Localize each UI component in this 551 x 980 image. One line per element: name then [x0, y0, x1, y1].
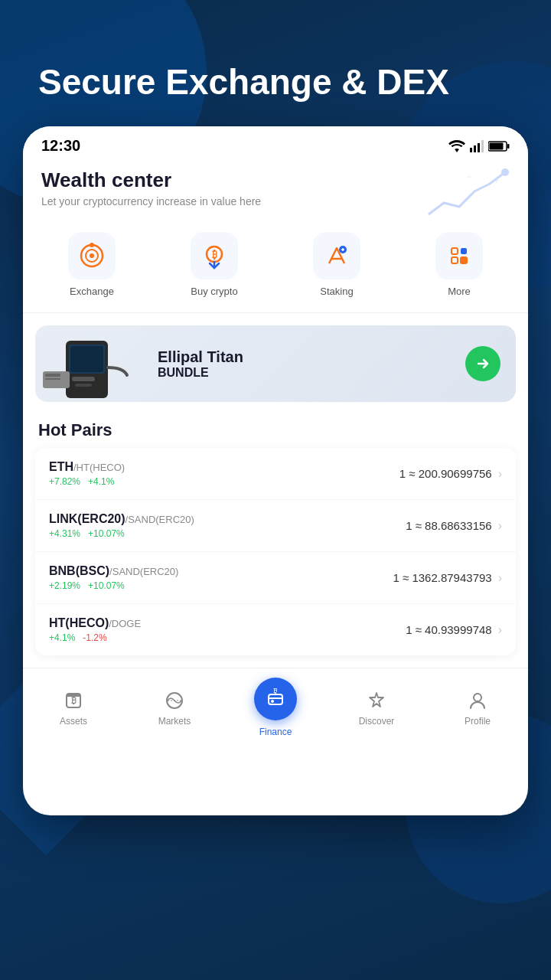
pair-left-bnb: BNB(BSC)/SAND(ERC20) +2.19% +10.07% [49, 564, 178, 591]
svg-rect-1 [474, 145, 476, 152]
status-icons [448, 140, 510, 152]
markets-icon-wrap [162, 688, 187, 713]
nav-profile[interactable]: Profile [447, 688, 508, 727]
wifi-icon [448, 140, 465, 152]
pair-changes-eth: +7.82% +4.1% [49, 476, 125, 487]
svg-rect-37 [67, 694, 80, 697]
chevron-icon: › [498, 467, 502, 481]
svg-text:₿: ₿ [212, 249, 217, 260]
pair-left-eth: ETH/HT(HECO) +7.82% +4.1% [49, 460, 125, 487]
action-more[interactable]: More [435, 232, 483, 297]
svg-text:+: + [467, 173, 471, 181]
more-label: More [448, 286, 471, 297]
action-buy-crypto[interactable]: ₿ Buy crypto [191, 232, 238, 297]
bottom-navigation: ₿ Assets Markets [23, 668, 528, 750]
staking-label: Staking [320, 286, 353, 297]
svg-rect-22 [452, 248, 458, 254]
svg-rect-29 [70, 346, 103, 372]
finance-icon: ₿ [265, 688, 286, 710]
svg-text:₿: ₿ [71, 695, 77, 706]
svg-rect-3 [481, 140, 484, 152]
more-icon [445, 242, 473, 270]
more-icon-circle [435, 232, 483, 279]
finance-fab: ₿ [254, 678, 297, 720]
pair-name-link: LINK(ERC20)/SAND(ERC20) [49, 512, 194, 526]
status-bar: 12:30 [23, 126, 528, 161]
pair-row-bnb[interactable]: BNB(BSC)/SAND(ERC20) +2.19% +10.07% 1 ≈ … [35, 552, 516, 604]
pairs-list: ETH/HT(HECO) +7.82% +4.1% 1 ≈ 200.906997… [35, 448, 516, 655]
buy-crypto-label: Buy crypto [191, 286, 237, 297]
device-image [43, 329, 161, 402]
assets-icon: ₿ [64, 691, 83, 710]
svg-point-13 [90, 253, 94, 258]
nav-finance[interactable]: ₿ Finance [245, 678, 306, 737]
svg-rect-0 [470, 148, 472, 152]
svg-rect-2 [478, 143, 480, 152]
discover-icon-wrap [364, 688, 389, 713]
svg-text:₿: ₿ [273, 688, 278, 694]
banner-title: Ellipal Titan [158, 348, 458, 366]
wealth-header: Wealth center Let your cryptocurrency in… [23, 161, 528, 220]
quick-actions: Exchange ₿ Buy crypto [23, 220, 528, 313]
arrow-right-icon [474, 355, 491, 372]
chevron-icon: › [498, 571, 502, 585]
markets-nav-label: Markets [158, 716, 191, 727]
pair-right-bnb: 1 ≈ 1362.87943793 › [393, 571, 502, 585]
pair-changes-bnb: +2.19% +10.07% [49, 580, 178, 591]
svg-point-42 [271, 700, 274, 703]
profile-nav-label: Profile [465, 716, 491, 727]
pair-name-ht: HT(HECO)/DOGE [49, 616, 141, 630]
markets-icon [165, 691, 184, 710]
staking-icon [323, 242, 350, 270]
pair-row-link[interactable]: LINK(ERC20)/SAND(ERC20) +4.31% +10.07% 1… [35, 500, 516, 552]
pair-changes-ht: +4.1% -1.2% [49, 632, 141, 643]
profile-icon [468, 691, 487, 710]
staking-icon-circle [313, 232, 360, 279]
buy-crypto-icon-circle: ₿ [191, 232, 238, 279]
buy-crypto-icon: ₿ [201, 242, 228, 270]
svg-rect-6 [507, 144, 510, 149]
banner-subtitle: BUNDLE [158, 366, 458, 380]
svg-point-26 [461, 257, 467, 263]
nav-markets[interactable]: Markets [144, 688, 205, 727]
svg-rect-34 [45, 378, 60, 380]
pair-left-ht: HT(HECO)/DOGE +4.1% -1.2% [49, 616, 141, 643]
assets-icon-wrap: ₿ [61, 688, 86, 713]
exchange-icon-circle [68, 232, 116, 279]
chevron-icon: › [498, 623, 502, 637]
banner-arrow-button[interactable] [465, 346, 500, 381]
phone-mockup: 12:30 Wealth center [23, 126, 528, 815]
banner-text: Ellipal Titan BUNDLE [158, 348, 458, 380]
pair-row-eth[interactable]: ETH/HT(HECO) +7.82% +4.1% 1 ≈ 200.906997… [35, 448, 516, 500]
exchange-icon [78, 242, 106, 270]
pair-right-link: 1 ≈ 88.68633156 › [406, 519, 502, 533]
discover-nav-label: Discover [359, 716, 395, 727]
battery-icon [488, 140, 510, 152]
svg-rect-30 [72, 377, 95, 381]
pair-left-link: LINK(ERC20)/SAND(ERC20) +4.31% +10.07% [49, 512, 194, 539]
page-title: Secure Exchange & DEX [0, 0, 551, 126]
svg-rect-5 [490, 142, 504, 149]
pair-changes-link: +4.31% +10.07% [49, 528, 194, 539]
signal-icon [470, 140, 484, 152]
pair-right-ht: 1 ≈ 40.93999748 › [406, 623, 502, 637]
pair-row-ht[interactable]: HT(HECO)/DOGE +4.1% -1.2% 1 ≈ 40.9399974… [35, 604, 516, 655]
discover-icon [367, 691, 386, 710]
ellipal-banner[interactable]: Ellipal Titan BUNDLE [35, 325, 516, 402]
svg-rect-24 [452, 257, 458, 263]
svg-text:+: + [494, 175, 499, 186]
action-exchange[interactable]: Exchange [68, 232, 116, 297]
exchange-label: Exchange [70, 286, 114, 297]
pair-right-eth: 1 ≈ 200.90699756 › [399, 467, 502, 481]
nav-assets[interactable]: ₿ Assets [43, 688, 104, 727]
pair-name-bnb: BNB(BSC)/SAND(ERC20) [49, 564, 178, 578]
svg-point-45 [474, 694, 481, 701]
svg-rect-33 [45, 374, 60, 377]
pair-name-eth: ETH/HT(HECO) [49, 460, 125, 474]
action-staking[interactable]: Staking [313, 232, 360, 297]
assets-nav-label: Assets [60, 716, 87, 727]
status-time: 12:30 [41, 137, 80, 155]
nav-discover[interactable]: Discover [346, 688, 407, 727]
chevron-icon: › [498, 519, 502, 533]
hot-pairs-title: Hot Pairs [23, 414, 528, 448]
